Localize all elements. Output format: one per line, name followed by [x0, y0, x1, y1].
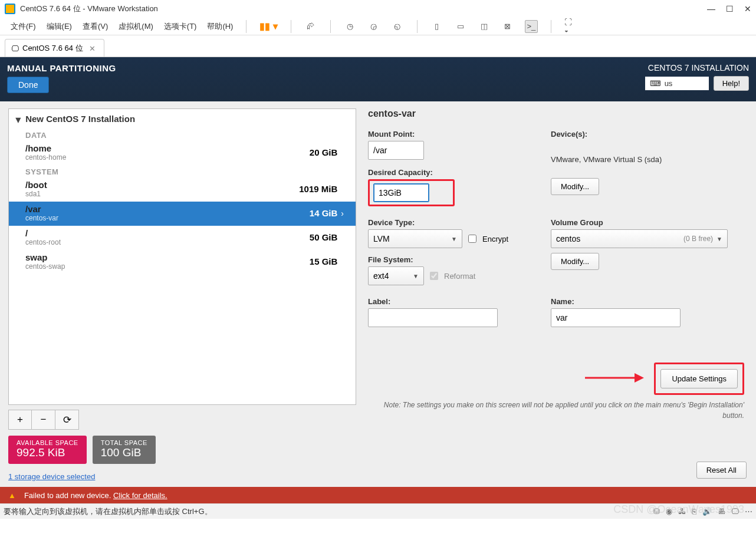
devices-label: Device(s):: [551, 130, 744, 139]
view-single-icon[interactable]: ▯: [430, 20, 443, 33]
file-system-select[interactable]: ext4▼: [368, 266, 424, 285]
status-message: 要将输入定向到该虚拟机，请在虚拟机内部单击或按 Ctrl+G。: [4, 506, 212, 517]
mount-point-label: Mount Point:: [368, 130, 533, 139]
sound-icon[interactable]: 🔊: [702, 507, 712, 516]
encrypt-checkbox[interactable]: [468, 235, 476, 243]
modify-devices-button[interactable]: Modify...: [551, 178, 599, 195]
reset-all-button[interactable]: Reset All: [696, 462, 747, 479]
pause-icon[interactable]: ▮▮ ▾: [259, 21, 277, 32]
cd-icon[interactable]: ◉: [666, 507, 672, 516]
minimize-button[interactable]: —: [707, 4, 715, 14]
arrow-icon: [585, 371, 644, 385]
storage-devices-link[interactable]: 1 storage device selected: [8, 472, 356, 481]
vmware-titlebar: CentOS 7.6 64 位 - VMware Workstation — ☐…: [0, 0, 756, 18]
vmware-icon: [5, 4, 15, 14]
svg-marker-1: [635, 373, 644, 383]
volume-group-select[interactable]: centos (0 B free) ▼: [551, 229, 728, 248]
section-data: DATA: [9, 129, 356, 141]
devices-text: VMware, VMware Virtual S (sda): [551, 155, 744, 164]
printer-icon[interactable]: 🖶: [718, 507, 725, 516]
help-button[interactable]: Help!: [714, 76, 749, 91]
view-split-icon[interactable]: ▭: [454, 20, 467, 33]
tab-label: CentOS 7.6 64 位: [22, 43, 83, 54]
detail-title: centos-var: [368, 108, 744, 119]
warning-icon: ▲: [8, 491, 16, 500]
vmware-tabs: 🖵 CentOS 7.6 64 位 ✕: [0, 35, 756, 57]
menu-vm[interactable]: 虚拟机(M): [119, 21, 153, 32]
monitor-icon: 🖵: [11, 44, 19, 53]
tab-close-icon[interactable]: ✕: [89, 44, 96, 53]
file-system-label: File System:: [368, 255, 533, 264]
update-settings-button[interactable]: Update Settings: [660, 369, 738, 388]
total-space-box: TOTAL SPACE 100 GiB: [93, 436, 156, 464]
snapshot-revert-icon[interactable]: ◶: [367, 20, 380, 33]
send-ctrl-alt-del-icon[interactable]: ⮳: [304, 20, 317, 33]
fullscreen-icon[interactable]: ⛶ ▾: [564, 20, 577, 33]
vmware-status-bar: 要将输入定向到该虚拟机，请在虚拟机内部单击或按 Ctrl+G。 ⛁ ◉ 🖧 ⎘ …: [0, 503, 756, 519]
vmware-menubar: 文件(F) 编辑(E) 查看(V) 虚拟机(M) 选项卡(T) 帮助(H) ▮▮…: [0, 18, 756, 35]
chevron-down-icon: ▼: [451, 236, 457, 242]
desired-capacity-label: Desired Capacity:: [368, 168, 533, 177]
mount-point-input[interactable]: [368, 141, 424, 160]
partition-list: ▶ New CentOS 7 Installation DATA /homece…: [8, 108, 356, 405]
more-icon[interactable]: ⋯: [745, 507, 752, 516]
error-message: Failed to add new device.: [24, 491, 111, 500]
menu-file[interactable]: 文件(F): [11, 21, 36, 32]
chevron-down-icon: ▼: [413, 273, 419, 279]
partition-item-root[interactable]: /centos-root 50 GiB›: [9, 226, 356, 250]
partition-item-var[interactable]: /varcentos-var 14 GiB›: [9, 202, 356, 226]
disk-icon[interactable]: ⛁: [653, 507, 660, 516]
reformat-label: Reformat: [444, 272, 475, 281]
view-unity-off-icon[interactable]: ⊠: [501, 20, 514, 33]
partition-item-home[interactable]: /homecentos-home 20 GiB›: [9, 141, 356, 165]
keyboard-layout-label: us: [665, 79, 673, 88]
installer-header: MANUAL PARTITIONING Done CENTOS 7 INSTAL…: [0, 57, 756, 101]
capacity-highlight: [368, 179, 455, 206]
error-details-link[interactable]: Click for details.: [113, 491, 167, 500]
modify-vg-button[interactable]: Modify...: [551, 253, 599, 270]
keyboard-layout-selector[interactable]: ⌨ us: [645, 77, 709, 90]
partition-item-swap[interactable]: swapcentos-swap 15 GiB›: [9, 250, 356, 274]
close-button[interactable]: ✕: [744, 4, 751, 14]
encrypt-label: Encrypt: [482, 235, 508, 243]
install-title: CENTOS 7 INSTALLATION: [645, 63, 749, 73]
usb-icon[interactable]: ⎘: [692, 507, 696, 516]
add-partition-button[interactable]: +: [8, 410, 32, 430]
snapshot-icon[interactable]: ◷: [344, 20, 357, 33]
view-unity-icon[interactable]: ◫: [478, 20, 491, 33]
view-console-icon[interactable]: >_: [525, 20, 538, 33]
partition-item-boot[interactable]: /bootsda1 1019 MiB›: [9, 177, 356, 202]
display-icon[interactable]: 🖵: [731, 507, 739, 516]
menu-edit[interactable]: 编辑(E): [47, 21, 72, 32]
chevron-right-icon: ›: [341, 209, 344, 218]
keyboard-icon: ⌨: [650, 79, 661, 88]
menu-tabs[interactable]: 选项卡(T): [164, 21, 197, 32]
error-bar[interactable]: ▲ Failed to add new device. Click for de…: [0, 487, 756, 503]
done-button[interactable]: Done: [7, 77, 49, 93]
snapshot-manager-icon[interactable]: ◵: [391, 20, 404, 33]
available-space-box: AVAILABLE SPACE 992.5 KiB: [8, 436, 87, 464]
anaconda-installer: MANUAL PARTITIONING Done CENTOS 7 INSTAL…: [0, 57, 756, 503]
reformat-checkbox: [430, 272, 438, 280]
update-highlight: Update Settings: [654, 363, 744, 395]
settings-note: Note: The settings you make on this scre…: [368, 400, 744, 421]
menu-help[interactable]: 帮助(H): [207, 21, 233, 32]
remove-partition-button[interactable]: −: [32, 410, 55, 430]
label-label: Label:: [368, 297, 533, 306]
page-title: MANUAL PARTITIONING: [7, 63, 645, 73]
partition-list-heading[interactable]: ▶ New CentOS 7 Installation: [9, 109, 356, 129]
name-label: Name:: [551, 297, 744, 306]
network-icon[interactable]: 🖧: [678, 507, 686, 516]
refresh-partition-button[interactable]: ⟳: [55, 410, 79, 430]
label-input[interactable]: [368, 308, 498, 327]
menu-view[interactable]: 查看(V): [83, 21, 108, 32]
section-system: SYSTEM: [9, 165, 356, 177]
device-type-select[interactable]: LVM▼: [368, 229, 462, 248]
device-type-label: Device Type:: [368, 218, 533, 227]
vm-tab-centos[interactable]: 🖵 CentOS 7.6 64 位 ✕: [5, 39, 104, 57]
installer-body: ▶ New CentOS 7 Installation DATA /homece…: [0, 101, 756, 487]
maximize-button[interactable]: ☐: [726, 4, 734, 14]
name-input[interactable]: [551, 308, 681, 327]
window-title: CentOS 7.6 64 位 - VMware Workstation: [20, 4, 707, 14]
desired-capacity-input[interactable]: [373, 183, 429, 202]
